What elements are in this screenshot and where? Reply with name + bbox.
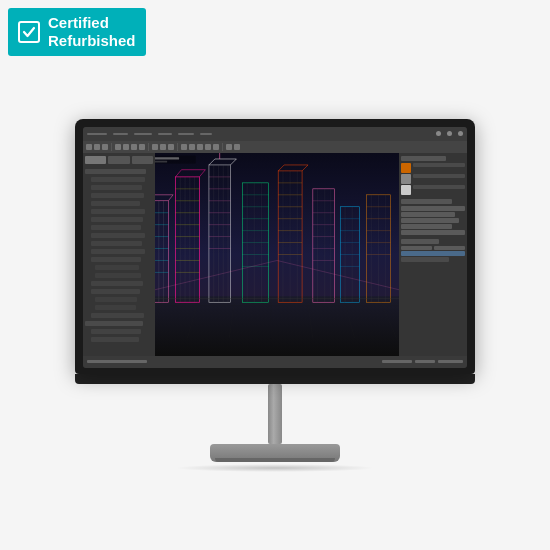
app-main-content bbox=[83, 153, 467, 356]
monitor-stand-neck bbox=[268, 384, 282, 444]
screen-content bbox=[83, 127, 467, 368]
left-panel bbox=[83, 153, 155, 356]
city-wireframe-scene bbox=[155, 153, 399, 356]
monitor-product bbox=[75, 119, 475, 472]
badge-label: Certified Refurbished bbox=[48, 14, 136, 50]
app-toolbar bbox=[83, 141, 467, 153]
monitor-stand-base bbox=[210, 444, 340, 462]
monitor-shadow bbox=[175, 464, 375, 472]
3d-viewport bbox=[155, 153, 399, 356]
svg-rect-115 bbox=[155, 157, 179, 159]
app-status-bar bbox=[83, 356, 467, 368]
badge-check-icon bbox=[18, 21, 40, 43]
monitor-bezel bbox=[75, 119, 475, 374]
certified-refurbished-badge: Certified Refurbished bbox=[8, 8, 146, 56]
app-menu-bar bbox=[83, 127, 467, 141]
right-panel bbox=[399, 153, 467, 356]
svg-rect-116 bbox=[155, 160, 167, 162]
svg-rect-1 bbox=[155, 296, 399, 356]
monitor-chin bbox=[75, 374, 475, 384]
product-image-area: Certified Refurbished bbox=[0, 0, 550, 550]
monitor-screen bbox=[83, 127, 467, 368]
